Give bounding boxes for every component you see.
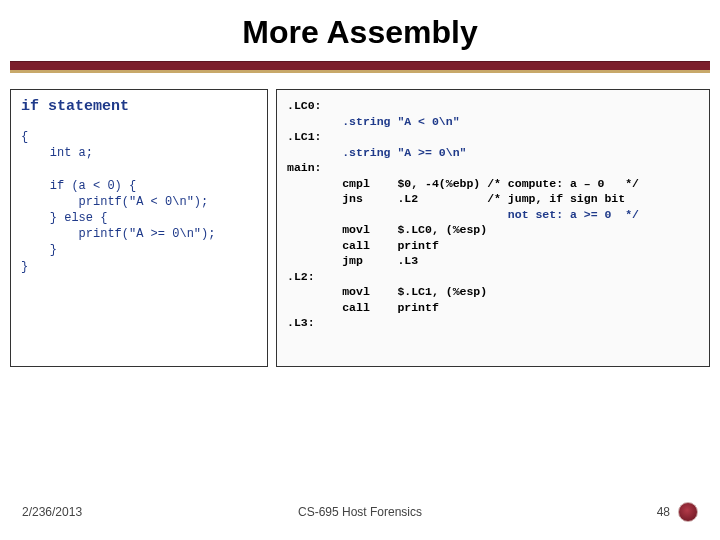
asm-jmp-l3: jmp .L3 (287, 253, 699, 269)
footer-right: 48 (578, 502, 698, 522)
asm-label-lc0: .LC0: (287, 98, 699, 114)
footer-date: 2/236/2013 (22, 505, 142, 519)
c-code-block: { int a; if (a < 0) { printf("A < 0\n");… (21, 129, 257, 275)
assembly-panel: .LC0: .string "A < 0\n" .LC1: .string "A… (276, 89, 710, 367)
asm-jns: jns .L2 /* jump, if sign bit (287, 191, 699, 207)
asm-string-lc1: .string "A >= 0\n" (287, 145, 699, 161)
asm-movl-lc1: movl $.LC1, (%esp) (287, 284, 699, 300)
asm-movl-lc0: movl $.LC0, (%esp) (287, 222, 699, 238)
asm-label-l3: .L3: (287, 315, 699, 331)
c-code-heading: if statement (21, 98, 257, 115)
asm-label-l2: .L2: (287, 269, 699, 285)
asm-label-main: main: (287, 160, 699, 176)
slide: More Assembly if statement { int a; if (… (0, 0, 720, 540)
c-code-panel: if statement { int a; if (a < 0) { print… (10, 89, 268, 367)
asm-call-printf-1: call printf (287, 238, 699, 254)
asm-cmpl: cmpl $0, -4(%ebp) /* compute: a – 0 */ (287, 176, 699, 192)
footer-course: CS-695 Host Forensics (142, 505, 578, 519)
content-row: if statement { int a; if (a < 0) { print… (0, 89, 720, 367)
asm-jns-comment2: not set: a >= 0 */ (287, 207, 699, 223)
page-number: 48 (657, 505, 670, 519)
slide-title: More Assembly (0, 0, 720, 61)
asm-call-printf-2: call printf (287, 300, 699, 316)
title-rule (10, 61, 710, 73)
footer: 2/236/2013 CS-695 Host Forensics 48 (0, 502, 720, 522)
asm-string-lc0: .string "A < 0\n" (287, 114, 699, 130)
asm-label-lc1: .LC1: (287, 129, 699, 145)
seal-icon (678, 502, 698, 522)
